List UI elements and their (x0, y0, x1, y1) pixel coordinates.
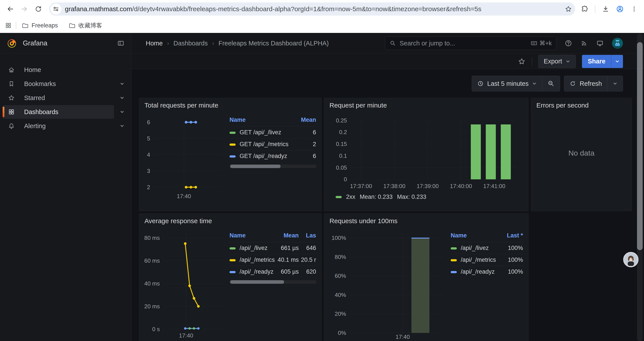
panel-title[interactable]: Requests under 100ms (330, 217, 528, 225)
screen-share-icon[interactable] (596, 40, 604, 47)
active-accent-bar (3, 107, 4, 117)
legend-row[interactable]: /api/_/readyz 605 µs 620 (230, 266, 316, 278)
panel-title[interactable]: Total requests per minute (144, 102, 321, 109)
panel-title[interactable]: Request per minute (330, 102, 528, 109)
series-last: 646 (299, 242, 316, 254)
series-swatch (336, 196, 342, 198)
sidebar: Grafana Home Bookmarks Starred (0, 33, 131, 341)
bar-chart[interactable]: 100%80%60%40%20%0%17:40 (326, 226, 446, 341)
refresh-interval-dropdown[interactable] (607, 76, 623, 91)
sidebar-item-starred[interactable]: Starred (3, 91, 114, 105)
bookmark-icon (8, 80, 15, 87)
series-swatch (230, 271, 236, 273)
legend-row[interactable]: GET /api/_/readyz 6 (230, 150, 316, 162)
legend-row[interactable]: /api/_/metrics 40.1 ms 20.5 r (230, 254, 316, 266)
time-range-picker[interactable]: Last 5 minutes (472, 76, 542, 91)
chevron-down-icon[interactable] (120, 96, 124, 100)
legend-scrollbar (230, 165, 316, 168)
sidebar-item-dashboards[interactable]: Dashboards (3, 105, 114, 119)
bookmark-star-icon[interactable] (565, 5, 572, 13)
legend-col-last[interactable]: Las (299, 231, 316, 242)
series-last: 100% (496, 254, 524, 266)
sidebar-item-home[interactable]: Home (3, 63, 114, 77)
svg-text:17:40:00: 17:40:00 (450, 183, 472, 189)
export-button[interactable]: Export (538, 55, 576, 68)
legend-col-name[interactable]: Name (230, 231, 275, 242)
legend-scrollbar (230, 280, 316, 284)
grafana-logo[interactable] (6, 38, 17, 49)
series-last: 20.5 r (299, 254, 316, 266)
share-menu-button[interactable] (611, 55, 623, 68)
sidebar-item-alerting[interactable]: Alerting (3, 119, 114, 133)
legend-row[interactable]: GET /api/_/livez 6 (230, 127, 316, 138)
legend-col-name[interactable]: Name (230, 116, 292, 127)
breadcrumb-current[interactable]: Freeleaps Metrics Dashboard (ALPHA) (218, 40, 329, 47)
address-bar[interactable]: grafana.mathmast.com/d/deytv4rwavabkb/fr… (49, 3, 575, 16)
timeseries-chart[interactable]: 6543217:40 (141, 110, 226, 202)
favorite-star-icon[interactable] (518, 58, 526, 65)
url-host: grafana.mathmast.com (65, 5, 132, 13)
user-avatar[interactable] (612, 38, 623, 49)
share-label: Share (588, 58, 606, 65)
legend-col-mean[interactable]: Mean (275, 231, 299, 242)
shortcut-label: ⌘+k (540, 40, 552, 47)
news-rss-icon[interactable] (580, 40, 588, 47)
reload-button[interactable] (32, 3, 44, 15)
back-button[interactable] (4, 3, 16, 15)
panel-title[interactable]: Average response time (144, 217, 321, 225)
apps-grid-icon[interactable] (5, 22, 12, 29)
series-last: 100% (496, 266, 524, 278)
profile-icon[interactable] (616, 5, 624, 13)
search-input[interactable]: Search or jump to... ⌘+k (385, 37, 556, 50)
chevron-down-icon[interactable] (120, 110, 124, 114)
legend-scrollbar-thumb[interactable] (230, 280, 284, 284)
share-button[interactable]: Share (582, 55, 611, 68)
series-name: GET /api/_/readyz (240, 153, 287, 159)
bookmark-folder-freeleaps[interactable]: Freeleaps (22, 22, 58, 29)
breadcrumb-home[interactable]: Home (146, 40, 163, 47)
star-icon (8, 94, 15, 101)
url-text[interactable]: grafana.mathmast.com/d/deytv4rwavabkb/fr… (65, 5, 562, 13)
floating-assistant-avatar[interactable] (623, 252, 638, 267)
forward-button[interactable] (18, 3, 30, 15)
browser-menu-icon[interactable] (630, 5, 638, 13)
series-max: Max: 0.233 (397, 194, 426, 200)
sidebar-item-bookmarks[interactable]: Bookmarks (3, 77, 114, 91)
downloads-icon[interactable] (602, 5, 609, 13)
legend-scrollbar-thumb[interactable] (230, 165, 280, 168)
sidebar-collapse-icon[interactable] (117, 40, 124, 47)
legend-col-name[interactable]: Name (451, 231, 496, 242)
export-label: Export (544, 58, 562, 65)
chevron-down-icon[interactable] (120, 124, 124, 128)
chevron-down-icon[interactable] (120, 81, 124, 86)
page-scrollbar-thumb[interactable] (637, 42, 643, 250)
breadcrumb-dashboards[interactable]: Dashboards (174, 40, 208, 47)
zoom-out-button[interactable] (542, 76, 560, 91)
extensions-icon[interactable] (581, 5, 588, 13)
bar-chart[interactable]: 0.250.20.150.10.05017:37:0017:38:0017:39… (328, 110, 524, 191)
legend-col-last[interactable]: Last * (496, 231, 524, 242)
series-name[interactable]: 2xx (346, 194, 355, 200)
timeseries-chart[interactable]: 80 ms60 ms40 ms20 ms0 s17:40 (141, 226, 226, 341)
bookmark-folder-blogs[interactable]: 收藏博客 (68, 22, 102, 30)
legend-row[interactable]: GET /api/_/metrics 2 (230, 138, 316, 150)
legend-row[interactable]: /api/_/readyz 100% (451, 266, 524, 278)
panel-title[interactable]: Errors per second (536, 102, 632, 109)
legend-row[interactable]: /api/_/metrics 100% (451, 254, 524, 266)
legend-col-mean[interactable]: Mean (292, 116, 316, 127)
legend-row[interactable]: /api/_/livez 661 µs 646 (230, 242, 316, 254)
time-controls: Last 5 minutes Refresh (472, 76, 623, 92)
folder-icon (22, 22, 28, 29)
series-last: 100% (496, 242, 524, 254)
site-settings-icon[interactable] (50, 4, 62, 15)
legend-row[interactable]: /api/_/livez 100% (451, 242, 524, 254)
panel-average-response-time: Average response time 80 ms60 ms40 ms20 … (139, 213, 322, 341)
help-icon[interactable] (565, 40, 572, 47)
series-swatch (451, 247, 457, 249)
browser-actions (581, 5, 638, 13)
svg-text:40 ms: 40 ms (144, 280, 160, 287)
chevron-down-icon (566, 59, 570, 64)
page-scrollbar-track[interactable] (637, 33, 643, 341)
refresh-button[interactable]: Refresh (564, 76, 607, 91)
search-shortcut: ⌘+k (531, 40, 552, 47)
